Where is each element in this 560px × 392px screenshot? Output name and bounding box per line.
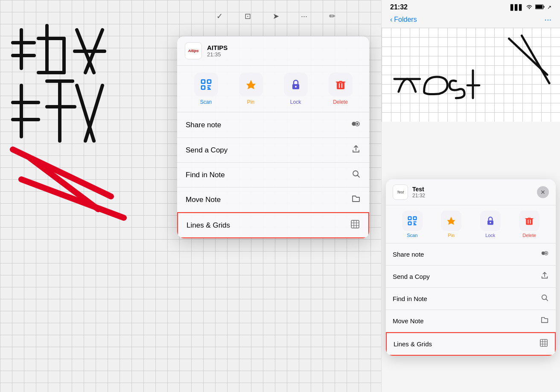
svg-rect-30 bbox=[337, 82, 344, 89]
right-panel: 21:32 ▋▋▋ ↗ ‹ Folders bbox=[381, 0, 560, 392]
svg-point-69 bbox=[545, 252, 547, 254]
right-lock-icon bbox=[485, 216, 496, 226]
delete-icon-circle bbox=[329, 73, 353, 97]
svg-line-71 bbox=[546, 299, 548, 301]
right-lock-label: Lock bbox=[485, 233, 495, 238]
test-handwriting-svg bbox=[390, 32, 551, 117]
context-menu-left: Aitips AITIPS 21:35 bbox=[177, 36, 369, 238]
lock-button[interactable]: Lock bbox=[275, 73, 316, 105]
right-icons-row: Scan Pin Lock bbox=[386, 205, 556, 243]
svg-rect-72 bbox=[540, 339, 547, 346]
svg-rect-46 bbox=[536, 5, 542, 9]
toolbar: ✓ ⊡ ➤ ··· ✏ bbox=[179, 9, 373, 24]
svg-rect-62 bbox=[526, 219, 533, 225]
back-button[interactable]: ‹ Folders bbox=[390, 16, 417, 23]
send-copy-row[interactable]: Send a Copy bbox=[177, 138, 369, 163]
right-scan-icon-circle bbox=[402, 211, 423, 231]
svg-rect-54 bbox=[413, 217, 416, 220]
menu-note-subtitle: 21:35 bbox=[207, 51, 228, 58]
right-share-note-row[interactable]: Share note bbox=[386, 243, 556, 266]
pin-label: Pin bbox=[247, 99, 254, 105]
svg-line-16 bbox=[77, 85, 94, 141]
handwriting-svg bbox=[9, 17, 171, 256]
send-copy-text: Send a Copy bbox=[186, 146, 228, 155]
svg-rect-23 bbox=[201, 86, 205, 89]
move-note-text: Move Note bbox=[186, 196, 221, 204]
scan-button[interactable]: Scan bbox=[186, 73, 226, 105]
share-note-row[interactable]: Share note bbox=[177, 112, 369, 138]
svg-rect-40 bbox=[351, 220, 359, 228]
pencil-square-icon[interactable]: ✏ bbox=[325, 9, 340, 24]
right-move-note-row[interactable]: Move Note bbox=[386, 310, 556, 332]
context-menu-right: Test Test 21:32 ✕ bbox=[386, 179, 556, 356]
status-time: 21:32 bbox=[390, 3, 408, 11]
right-grid-icon bbox=[540, 339, 548, 349]
right-delete-icon-circle bbox=[519, 211, 540, 231]
move-note-row[interactable]: Move Note bbox=[177, 187, 369, 212]
lines-grids-row[interactable]: Lines & Grids bbox=[177, 212, 369, 238]
find-in-note-row[interactable]: Find in Note bbox=[177, 163, 369, 187]
pin-button[interactable]: Pin bbox=[230, 73, 271, 105]
share-note-icon bbox=[350, 119, 361, 131]
find-icon bbox=[351, 169, 361, 181]
svg-rect-55 bbox=[408, 222, 411, 225]
ellipsis-icon[interactable]: ··· bbox=[297, 9, 312, 24]
right-move-icon bbox=[540, 316, 549, 326]
right-note-subtitle: 21:32 bbox=[412, 193, 425, 199]
svg-point-61 bbox=[490, 222, 491, 223]
svg-line-19 bbox=[21, 179, 124, 218]
right-find-in-note-row[interactable]: Find in Note bbox=[386, 288, 556, 310]
lines-grids-text: Lines & Grids bbox=[187, 221, 230, 230]
svg-rect-47 bbox=[544, 6, 545, 8]
menu-avatar: Aitips bbox=[185, 42, 202, 59]
status-bar: 21:32 ▋▋▋ ↗ bbox=[382, 0, 560, 13]
svg-rect-21 bbox=[201, 80, 205, 83]
svg-line-17 bbox=[85, 85, 102, 141]
delete-icon bbox=[335, 79, 347, 91]
right-lines-grids-row[interactable]: Lines & Grids bbox=[386, 332, 556, 356]
right-pin-button[interactable]: Pin bbox=[432, 211, 471, 238]
left-panel: ✓ ⊡ ➤ ··· ✏ Aitips AITIPS 21:35 bbox=[0, 0, 381, 392]
right-scan-icon bbox=[407, 216, 417, 226]
wifi-icon bbox=[526, 4, 533, 11]
scan-label: Scan bbox=[200, 99, 212, 105]
svg-rect-53 bbox=[408, 217, 411, 220]
checkmark-icon[interactable]: ✓ bbox=[212, 9, 228, 24]
scan-icon bbox=[200, 79, 212, 91]
right-note-info: Test Test 21:32 bbox=[393, 184, 425, 200]
right-delete-icon bbox=[524, 216, 534, 226]
right-send-copy-row[interactable]: Send a Copy bbox=[386, 266, 556, 288]
svg-point-68 bbox=[542, 252, 545, 255]
lock-icon bbox=[290, 79, 302, 91]
right-scan-button[interactable]: Scan bbox=[393, 211, 432, 238]
svg-point-37 bbox=[356, 123, 359, 125]
right-pin-icon bbox=[446, 216, 456, 226]
right-pin-label: Pin bbox=[448, 233, 455, 238]
lock-label: Lock bbox=[290, 99, 301, 105]
nav-dots-button[interactable]: ··· bbox=[544, 15, 551, 24]
svg-line-52 bbox=[522, 35, 549, 83]
right-scan-label: Scan bbox=[407, 233, 417, 238]
find-in-note-text: Find in Note bbox=[186, 171, 225, 179]
pin-icon bbox=[245, 79, 257, 91]
arrow-icon: ↗ bbox=[547, 4, 551, 10]
folders-label: Folders bbox=[394, 16, 417, 23]
right-lock-button[interactable]: Lock bbox=[471, 211, 510, 238]
right-nav: ‹ Folders ··· bbox=[382, 13, 560, 28]
grid-icon bbox=[350, 219, 360, 231]
menu-note-title: AITIPS bbox=[207, 44, 228, 51]
right-delete-button[interactable]: Delete bbox=[510, 211, 549, 238]
scan-icon-circle bbox=[194, 73, 218, 97]
camera-icon[interactable]: ⊡ bbox=[240, 9, 256, 24]
right-menu-avatar: Test bbox=[393, 184, 408, 200]
delete-label: Delete bbox=[333, 99, 348, 105]
note-canvas bbox=[382, 28, 560, 122]
compose-icon[interactable]: ➤ bbox=[268, 9, 284, 24]
menu-icons-row: Scan Pin Lock bbox=[177, 66, 369, 112]
pin-icon-circle bbox=[239, 73, 263, 97]
svg-point-36 bbox=[352, 122, 356, 126]
right-share-note-icon bbox=[540, 249, 549, 260]
delete-button[interactable]: Delete bbox=[320, 73, 361, 105]
close-button[interactable]: ✕ bbox=[537, 186, 549, 198]
move-icon bbox=[351, 194, 361, 205]
